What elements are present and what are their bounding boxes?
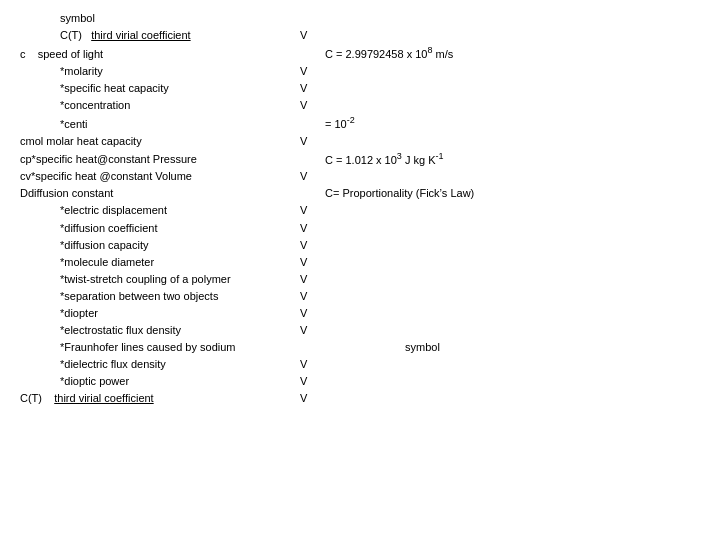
ct-bottom-symbol: C(T) third virial coefficient	[20, 390, 300, 407]
row-ct-symbol: C(T) third virial coefficient	[20, 27, 300, 44]
page: symbol C(T) third virial coefficient V c…	[0, 0, 720, 540]
header-symbol: symbol	[20, 10, 300, 27]
row-ct-header: C(T) third virial coefficient V	[20, 27, 700, 44]
electrostatic-symbol: *electrostatic flux density	[20, 322, 300, 339]
dielectric-v: V	[300, 356, 325, 373]
concentration-symbol: *concentration	[20, 97, 300, 114]
row-cp: cp*specific heat@constant Pressure C = 1…	[20, 150, 700, 169]
cmol-symbol: cmol molar heat capacity	[20, 133, 300, 150]
cp-value: C = 1.012 x 103 J kg K-1	[325, 150, 625, 169]
fraunhofer-value: symbol	[325, 339, 625, 356]
row-dioptic: *dioptic power V	[20, 373, 700, 390]
diopter-v: V	[300, 305, 325, 322]
centi-symbol: *centi	[20, 116, 300, 133]
row-diff-coeff: *diffusion coefficient V	[20, 220, 700, 237]
mol-diam-v: V	[300, 254, 325, 271]
row-diff-cap: *diffusion capacity V	[20, 237, 700, 254]
diff-coeff-v: V	[300, 220, 325, 237]
row-centi: *centi = 10-2	[20, 114, 700, 133]
header-row: symbol	[20, 10, 700, 27]
specific-heat-v: V	[300, 80, 325, 97]
molarity-symbol: *molarity	[20, 63, 300, 80]
ct-bottom-underline: third virial coefficient	[54, 392, 153, 404]
row-concentration: *concentration V	[20, 97, 700, 114]
diffusion-symbol: Ddiffusion constant	[20, 185, 300, 202]
cmol-v: V	[300, 133, 325, 150]
diopter-symbol: *diopter	[20, 305, 300, 322]
cp-symbol: cp*specific heat@constant Pressure	[20, 151, 300, 168]
ct-label: C(T)	[60, 29, 91, 41]
row-separation: *separation between two objects V	[20, 288, 700, 305]
row-diffusion: Ddiffusion constant C= Proportionality (…	[20, 185, 700, 202]
row-mol-diam: *molecule diameter V	[20, 254, 700, 271]
separation-v: V	[300, 288, 325, 305]
row-c: c speed of light C = 2.99792458 x 108 m/…	[20, 44, 700, 63]
row-fraunhofer: *Fraunhofer lines caused by sodium symbo…	[20, 339, 700, 356]
row-twist-stretch: *twist-stretch coupling of a polymer V	[20, 271, 700, 288]
row-molarity: *molarity V	[20, 63, 700, 80]
electric-disp-symbol: *electric displacement	[20, 202, 300, 219]
diffusion-value: C= Proportionality (Fick’s Law)	[325, 185, 625, 202]
centi-value: = 10-2	[325, 114, 625, 133]
row-cmol: cmol molar heat capacity V	[20, 133, 700, 150]
twist-stretch-symbol: *twist-stretch coupling of a polymer	[20, 271, 300, 288]
row-c-symbol: c speed of light	[20, 46, 300, 63]
mol-diam-symbol: *molecule diameter	[20, 254, 300, 271]
row-specific-heat: *specific heat capacity V	[20, 80, 700, 97]
row-c-value: C = 2.99792458 x 108 m/s	[325, 44, 625, 63]
specific-heat-symbol: *specific heat capacity	[20, 80, 300, 97]
dioptic-v: V	[300, 373, 325, 390]
cv-symbol: cv*specific heat @constant Volume	[20, 168, 300, 185]
cv-v: V	[300, 168, 325, 185]
fraunhofer-symbol: *Fraunhofer lines caused by sodium	[20, 339, 300, 356]
twist-stretch-v: V	[300, 271, 325, 288]
dioptic-symbol: *dioptic power	[20, 373, 300, 390]
diff-cap-v: V	[300, 237, 325, 254]
row-diopter: *diopter V	[20, 305, 700, 322]
row-ct-bottom: C(T) third virial coefficient V	[20, 390, 700, 407]
molarity-v: V	[300, 63, 325, 80]
electric-disp-v: V	[300, 202, 325, 219]
row-dielectric: *dielectric flux density V	[20, 356, 700, 373]
electrostatic-v: V	[300, 322, 325, 339]
ct-underline: third virial coefficient	[91, 29, 190, 41]
ct-bottom-v: V	[300, 390, 325, 407]
separation-symbol: *separation between two objects	[20, 288, 300, 305]
header-symbol-label: symbol	[60, 12, 95, 24]
diff-coeff-symbol: *diffusion coefficient	[20, 220, 300, 237]
row-cv: cv*specific heat @constant Volume V	[20, 168, 700, 185]
row-ct-v: V	[300, 27, 325, 44]
dielectric-symbol: *dielectric flux density	[20, 356, 300, 373]
row-electric-disp: *electric displacement V	[20, 202, 700, 219]
concentration-v: V	[300, 97, 325, 114]
diff-cap-symbol: *diffusion capacity	[20, 237, 300, 254]
row-electrostatic: *electrostatic flux density V	[20, 322, 700, 339]
